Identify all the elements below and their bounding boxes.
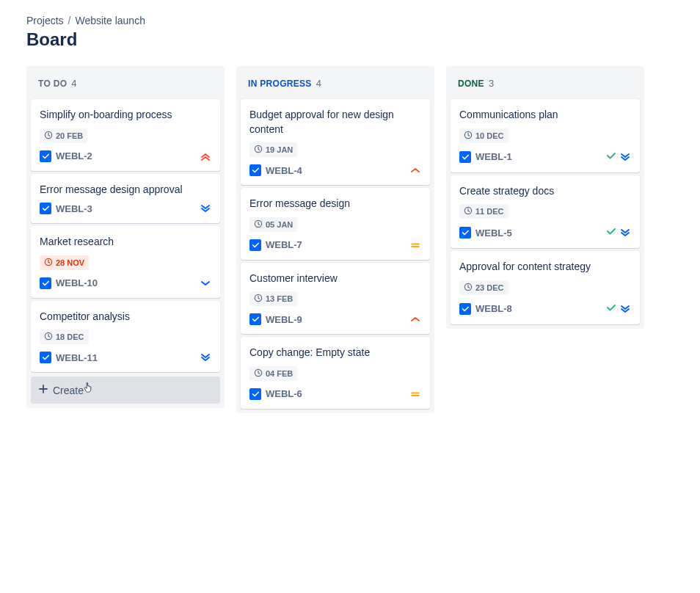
card[interactable]: Budget approval for new design content19…	[241, 99, 430, 185]
column-count: 3	[489, 78, 494, 89]
priority-low-icon	[200, 277, 211, 289]
card[interactable]: Create strategy docs11 DECWEBL-5	[451, 175, 640, 249]
done-check-icon	[606, 226, 616, 239]
due-date-text: 20 FEB	[56, 131, 83, 140]
due-date-text: 11 DEC	[475, 207, 504, 216]
priority-lowest-icon	[619, 151, 631, 163]
priority-medium-icon	[409, 388, 421, 400]
card-meta-left: WEBL-7	[249, 239, 302, 251]
card-title: Approval for content strategy	[459, 260, 631, 274]
card-title: Customer interview	[249, 272, 421, 286]
task-type-icon	[459, 151, 471, 163]
priority-lowest-icon	[200, 352, 211, 363]
clock-icon	[44, 258, 53, 268]
create-card-button[interactable]: Create	[31, 376, 220, 404]
card[interactable]: Communications plan10 DECWEBL-1	[451, 99, 640, 172]
card-meta-right	[409, 313, 421, 325]
card[interactable]: Customer interview13 FEBWEBL-9	[241, 263, 430, 335]
card[interactable]: Approval for content strategy23 DECWEBL-…	[451, 251, 640, 324]
due-date-text: 13 FEB	[266, 294, 293, 303]
card-meta-left: WEBL-5	[459, 227, 512, 239]
card[interactable]: Error message design05 JANWEBL-7	[241, 188, 430, 260]
card[interactable]: Simplify on-boarding process20 FEBWEBL-2	[31, 99, 220, 171]
card-title: Communications plan	[459, 108, 631, 123]
card-key: WEBL-8	[475, 303, 512, 314]
task-type-icon	[249, 239, 261, 251]
card-title: Create strategy docs	[459, 184, 631, 199]
column-header[interactable]: DONE3	[451, 70, 640, 96]
card-footer: WEBL-8	[459, 302, 631, 316]
card-meta-right	[200, 352, 211, 363]
card-title: Simplify on-boarding process	[40, 108, 211, 123]
card-key: WEBL-6	[266, 388, 302, 399]
clock-icon	[254, 294, 263, 304]
priority-lowest-icon	[200, 203, 211, 214]
card-key: WEBL-3	[56, 203, 92, 214]
column-count: 4	[316, 78, 321, 89]
board: TO DO4Simplify on-boarding process20 FEB…	[26, 66, 674, 413]
card-key: WEBL-9	[266, 314, 302, 325]
card[interactable]: Error message design approvalWEBL-3	[31, 174, 220, 224]
due-date-text: 18 DEC	[56, 332, 84, 341]
due-date-chip: 19 JAN	[249, 142, 297, 157]
card-key: WEBL-1	[475, 151, 512, 162]
column-header[interactable]: TO DO4	[31, 70, 220, 96]
priority-highest-icon	[200, 150, 211, 162]
due-date-chip: 20 FEB	[40, 128, 87, 143]
breadcrumb-project[interactable]: Website launch	[75, 15, 145, 26]
task-type-icon	[249, 313, 261, 325]
card-title: Error message design approval	[40, 183, 211, 197]
card-meta-left: WEBL-9	[249, 313, 302, 325]
due-date-text: 05 JAN	[266, 220, 293, 229]
column-name: DONE	[458, 79, 484, 89]
card-meta-left: WEBL-1	[459, 151, 512, 163]
column-header[interactable]: IN PROGRESS4	[241, 70, 430, 96]
card-meta-right	[200, 277, 211, 289]
column-name: IN PROGRESS	[248, 79, 312, 89]
clock-icon	[44, 131, 53, 141]
card[interactable]: Competitor analysis18 DECWEBL-11	[31, 301, 220, 373]
priority-high-icon	[409, 164, 421, 176]
card-meta-left: WEBL-11	[40, 352, 98, 363]
card-key: WEBL-2	[56, 150, 92, 161]
card-meta-right	[606, 302, 631, 316]
card-meta-right	[409, 239, 421, 251]
due-date-text: 23 DEC	[475, 283, 504, 292]
due-date-chip: 11 DEC	[459, 204, 508, 219]
card-footer: WEBL-4	[249, 164, 421, 176]
card-key: WEBL-11	[56, 352, 98, 363]
due-date-text: 04 FEB	[266, 369, 293, 378]
task-type-icon	[249, 164, 261, 176]
card-title: Error message design	[249, 197, 421, 211]
card-footer: WEBL-6	[249, 388, 421, 400]
card-key: WEBL-10	[56, 277, 98, 288]
task-type-icon	[40, 352, 51, 363]
card-meta-left: WEBL-3	[40, 203, 92, 214]
card-meta-right	[409, 388, 421, 400]
card-footer: WEBL-1	[459, 150, 631, 164]
done-check-icon	[606, 150, 616, 164]
card-meta-right	[200, 150, 211, 162]
card-meta-left: WEBL-4	[249, 164, 302, 176]
card-title: Market research	[40, 235, 211, 250]
card-meta-right	[409, 164, 421, 176]
priority-lowest-icon	[619, 227, 631, 239]
column-count: 4	[71, 78, 76, 89]
clock-icon	[464, 283, 473, 293]
card[interactable]: Market research28 NOVWEBL-10	[31, 226, 220, 298]
card-footer: WEBL-5	[459, 226, 631, 239]
card-key: WEBL-4	[266, 165, 302, 176]
breadcrumb: Projects / Website launch	[26, 15, 674, 26]
card-meta-left: WEBL-8	[459, 303, 512, 315]
due-date-chip: 05 JAN	[249, 217, 297, 232]
card-title: Competitor analysis	[40, 310, 211, 324]
card-key: WEBL-7	[266, 239, 302, 250]
clock-icon	[254, 368, 263, 379]
clock-icon	[464, 206, 473, 217]
task-type-icon	[40, 150, 51, 162]
card[interactable]: Copy change: Empty state04 FEBWEBL-6	[241, 337, 430, 409]
breadcrumb-projects[interactable]: Projects	[26, 15, 64, 26]
due-date-text: 28 NOV	[56, 258, 84, 267]
card-meta-left: WEBL-2	[40, 150, 92, 162]
card-meta-right	[606, 226, 631, 239]
